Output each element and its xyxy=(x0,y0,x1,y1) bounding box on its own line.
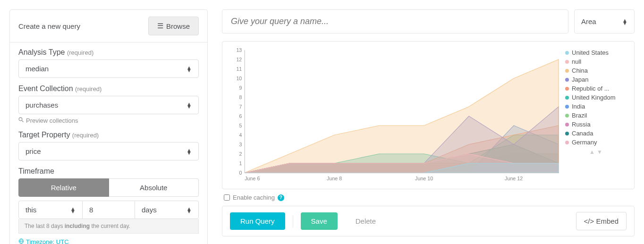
timezone-label: Timezone: UTC xyxy=(26,238,69,244)
legend-swatch xyxy=(565,141,569,144)
tab-relative[interactable]: Relative xyxy=(18,178,109,197)
legend-label: Brazil xyxy=(572,112,587,119)
analysis-type-value: median xyxy=(25,65,49,73)
svg-text:11: 11 xyxy=(236,66,242,72)
legend-swatch xyxy=(565,69,569,73)
timeframe-amount-input[interactable]: 8 xyxy=(83,201,135,219)
legend-swatch xyxy=(565,105,569,109)
svg-text:June 8: June 8 xyxy=(327,176,342,181)
divider xyxy=(293,215,293,227)
legend-swatch xyxy=(565,78,569,82)
embed-label: Embed xyxy=(596,217,619,225)
chart-type-select[interactable]: Area ▲▼ xyxy=(574,9,635,34)
svg-text:3: 3 xyxy=(239,142,242,147)
legend-label: Canada xyxy=(572,130,593,137)
svg-text:2: 2 xyxy=(239,151,242,157)
legend-swatch xyxy=(565,87,569,91)
event-collection-label: Event Collection (required) xyxy=(18,84,199,93)
delete-button[interactable]: Delete xyxy=(345,212,386,230)
save-button[interactable]: Save xyxy=(301,212,338,230)
legend-label: China xyxy=(572,67,588,74)
legend-label: Republic of ... xyxy=(572,85,610,92)
event-collection-value: purchases xyxy=(25,101,58,109)
chart-area: 012345678910111213June 6June 8June 10Jun… xyxy=(230,47,561,184)
svg-text:June 10: June 10 xyxy=(415,176,433,181)
legend-item[interactable]: Russia xyxy=(565,121,627,128)
legend-item[interactable]: Germany xyxy=(565,139,627,146)
legend-up-icon[interactable]: ▲ xyxy=(589,149,595,155)
action-bar: Run Query Save Delete </> Embed xyxy=(222,206,635,236)
legend-item[interactable]: China xyxy=(565,67,627,74)
embed-button[interactable]: </> Embed xyxy=(576,212,627,230)
legend-label: Japan xyxy=(572,76,588,83)
svg-line-1 xyxy=(22,121,24,122)
svg-text:1: 1 xyxy=(239,160,242,166)
legend-item[interactable]: null xyxy=(565,58,627,65)
svg-text:5: 5 xyxy=(239,123,242,128)
sort-icon: ▲▼ xyxy=(186,207,192,213)
sort-icon: ▲▼ xyxy=(186,66,192,72)
list-icon: ☰ xyxy=(157,22,163,30)
chart-card: 012345678910111213June 6June 8June 10Jun… xyxy=(222,41,635,189)
target-property-label: Target Property (required) xyxy=(18,131,199,139)
code-icon: </> xyxy=(584,217,594,225)
timezone-link[interactable]: Timezone: UTC xyxy=(18,238,199,244)
help-icon[interactable]: ? xyxy=(278,194,284,201)
timeframe-relativity-select[interactable]: this ▲▼ xyxy=(18,201,83,219)
event-collection-select[interactable]: purchases ▲▼ xyxy=(18,96,199,114)
enable-caching-label: Enable caching xyxy=(233,194,275,201)
legend-swatch xyxy=(565,123,569,126)
legend-item[interactable]: United Kingdom xyxy=(565,94,627,101)
enable-caching-checkbox[interactable] xyxy=(224,194,230,201)
tab-absolute[interactable]: Absolute xyxy=(109,178,199,197)
globe-icon xyxy=(18,238,24,244)
legend-item[interactable]: United States xyxy=(565,49,627,56)
sort-icon: ▲▼ xyxy=(622,19,627,25)
legend-swatch xyxy=(565,51,569,55)
sort-icon: ▲▼ xyxy=(186,102,192,108)
chart-legend: United StatesnullChinaJapanRepublic of .… xyxy=(565,47,627,184)
browse-button[interactable]: ☰ Browse xyxy=(148,17,199,35)
run-query-button[interactable]: Run Query xyxy=(230,212,285,230)
query-name-input[interactable] xyxy=(222,9,568,34)
legend-label: India xyxy=(572,103,585,110)
timeframe-label: Timeframe xyxy=(18,167,199,176)
analysis-type-select[interactable]: median ▲▼ xyxy=(18,59,199,78)
svg-text:June 6: June 6 xyxy=(245,176,260,181)
target-property-select[interactable]: price ▲▼ xyxy=(18,142,199,160)
legend-item[interactable]: Republic of ... xyxy=(565,85,627,92)
svg-text:4: 4 xyxy=(239,132,242,138)
legend-swatch xyxy=(565,132,569,135)
svg-text:9: 9 xyxy=(239,85,242,91)
legend-label: United States xyxy=(572,49,609,56)
chart-type-value: Area xyxy=(581,17,596,25)
panel-title: Create a new query xyxy=(18,22,80,30)
svg-text:10: 10 xyxy=(236,76,242,81)
svg-point-0 xyxy=(19,118,22,121)
svg-text:6: 6 xyxy=(239,113,242,119)
timeframe-unit-select[interactable]: days ▲▼ xyxy=(135,201,199,219)
timeframe-note: The last 8 days including the current da… xyxy=(18,219,199,234)
legend-item[interactable]: India xyxy=(565,103,627,110)
analysis-type-label: Analysis Type (required) xyxy=(18,48,199,57)
legend-swatch xyxy=(565,96,569,100)
legend-label: United Kingdom xyxy=(572,94,616,101)
target-property-value: price xyxy=(25,147,41,155)
svg-text:13: 13 xyxy=(236,47,242,53)
legend-swatch xyxy=(565,114,569,118)
svg-text:12: 12 xyxy=(236,57,242,62)
legend-item[interactable]: Japan xyxy=(565,76,627,83)
svg-text:8: 8 xyxy=(239,94,242,100)
legend-down-icon[interactable]: ▼ xyxy=(597,149,602,155)
preview-collections-label: Preview collections xyxy=(26,117,78,124)
legend-item[interactable]: Brazil xyxy=(565,112,627,119)
browse-label: Browse xyxy=(166,22,190,30)
svg-text:0: 0 xyxy=(239,170,242,176)
query-builder-panel: Create a new query ☰ Browse Analysis Typ… xyxy=(9,9,208,244)
preview-collections-link[interactable]: Preview collections xyxy=(18,117,199,124)
svg-text:7: 7 xyxy=(239,104,242,109)
sort-icon: ▲▼ xyxy=(186,149,192,154)
legend-label: Germany xyxy=(572,139,597,146)
search-icon xyxy=(18,117,24,124)
legend-item[interactable]: Canada xyxy=(565,130,627,137)
